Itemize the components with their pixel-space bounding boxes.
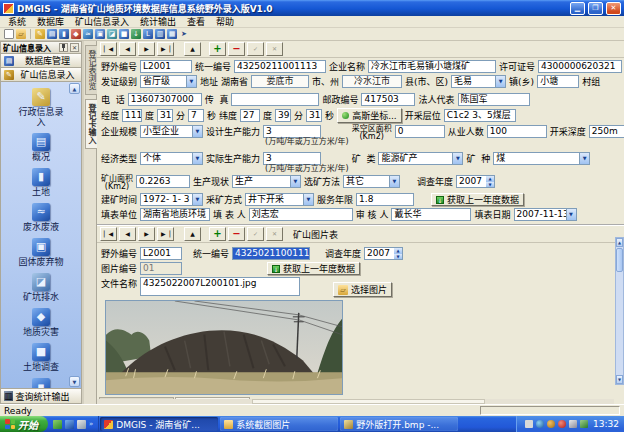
delete-record-icon[interactable]: −	[228, 42, 245, 56]
close-icon[interactable]: ✕	[70, 43, 79, 52]
hazard-red-icon[interactable]: ◆	[71, 29, 81, 39]
scrollbar-thumb[interactable]	[616, 248, 623, 272]
field-fill-person[interactable]: 刘志宏	[249, 208, 353, 221]
field-village[interactable]: 小塘	[537, 75, 579, 88]
next-record-icon[interactable]: ▶	[138, 227, 155, 241]
scale-combo[interactable]: 小型企业▼	[140, 125, 203, 138]
level-icon[interactable]: L	[143, 29, 153, 39]
field-qymc[interactable]: 冷水江市毛易镇小塘煤矿	[368, 60, 496, 73]
refresh-record-icon[interactable]: ▲	[184, 227, 201, 241]
first-record-icon[interactable]: ▏◀	[100, 42, 117, 56]
tray-icon[interactable]	[547, 420, 555, 428]
minimize-button[interactable]: ▁	[570, 2, 585, 15]
drainage-icon[interactable]: ◪	[107, 29, 117, 39]
quick-launch-icon[interactable]	[53, 420, 62, 429]
mine-class-combo[interactable]: 能源矿产▼	[378, 152, 463, 165]
first-record-icon[interactable]: ▏◀	[100, 227, 117, 241]
scroll-up-icon[interactable]: ▲	[616, 238, 623, 247]
fill-date-picker[interactable]: 2007-11-13▼	[514, 208, 577, 221]
field-service-life[interactable]: 1.8	[356, 193, 414, 206]
fzjb-combo[interactable]: 省厅级▼	[140, 75, 197, 88]
field-lat-deg[interactable]: 27	[240, 109, 260, 122]
menu-help[interactable]: 帮助	[216, 15, 234, 28]
field-fax[interactable]	[231, 93, 319, 106]
open-folder-icon[interactable]: ▱	[16, 29, 26, 39]
field-tel[interactable]: 13607307000	[128, 93, 202, 106]
scroll-down-icon[interactable]: ▼	[616, 375, 623, 384]
wastewater-icon[interactable]: ≈	[83, 29, 93, 39]
last-record-icon[interactable]: ▶▕	[157, 227, 174, 241]
town-combo[interactable]: 毛易▼	[451, 75, 506, 88]
sidebar-item-wastewater[interactable]: ≈ 废水废液	[1, 203, 81, 232]
tray-icon[interactable]	[536, 420, 544, 428]
admin-entry-icon[interactable]: ✎	[35, 29, 45, 39]
pic-survey-year-spinner[interactable]: 2007▲▼	[364, 247, 403, 260]
sidebar-item-admin-entry[interactable]: ✎ 行政信息录入	[1, 88, 81, 127]
download-icon[interactable]: ↓	[131, 29, 141, 39]
post-record-icon[interactable]: ✓	[247, 227, 264, 241]
field-filename[interactable]: 4325022007L200101.jpg	[140, 277, 300, 296]
taskbar-window-dmgis[interactable]: DMGIS - 湖南省矿...	[100, 417, 218, 431]
beneficiation-combo[interactable]: 其它▼	[343, 175, 400, 188]
field-layer[interactable]: C1c2 3、5煤层	[444, 109, 516, 122]
sidebar-item-solid-waste[interactable]: ▣ 固体废弃物	[1, 238, 81, 267]
mining-method-combo[interactable]: 井下开采▼	[245, 193, 314, 206]
gauss-coords-button[interactable]: 高斯坐标...	[337, 108, 402, 123]
field-pic-ywbh[interactable]: L2001	[140, 247, 182, 260]
field-auditor[interactable]: 戴长华	[391, 208, 471, 221]
field-lon-deg[interactable]: 111	[122, 109, 142, 122]
survey-year-spinner[interactable]: 2007▲▼	[456, 175, 495, 188]
mine-kind-combo[interactable]: 煤▼	[493, 152, 590, 165]
fetch-previous-year-button[interactable]: ↓获取上一年度数据	[267, 262, 360, 275]
prev-record-icon[interactable]: ◀	[119, 227, 136, 241]
cancel-record-icon[interactable]: ✕	[266, 42, 283, 56]
insert-record-icon[interactable]: +	[209, 227, 226, 241]
choose-picture-button[interactable]: ▱选择图片	[333, 282, 392, 297]
vertical-scrollbar[interactable]: ▲ ▼	[615, 237, 624, 385]
overview-icon[interactable]: ▤	[47, 29, 57, 39]
menu-view[interactable]: 查看	[187, 15, 205, 28]
tray-icon[interactable]	[569, 420, 577, 428]
insert-record-icon[interactable]: +	[209, 42, 226, 56]
solid-waste-icon[interactable]: ▣	[95, 29, 105, 39]
chevron-right-icon[interactable]: »	[89, 420, 93, 428]
quick-launch-icon[interactable]	[65, 420, 74, 429]
fetch-previous-year-button[interactable]: ↓获取上一年度数据	[431, 193, 524, 206]
econ-combo[interactable]: 个体▼	[140, 152, 203, 165]
sidebar-group-database[interactable]: ▤ 数据库管理	[0, 54, 82, 68]
sidebar-item-overview[interactable]: ▤ 概况	[1, 133, 81, 162]
survey-icon[interactable]: ■	[119, 29, 129, 39]
field-xkzh[interactable]: 4300000620321	[538, 60, 622, 73]
prev-record-icon[interactable]: ◀	[119, 42, 136, 56]
start-button[interactable]: 开始	[0, 416, 48, 432]
build-time-picker[interactable]: 1972- 1- 3▼	[140, 193, 203, 206]
land-icon[interactable]: ▮	[59, 29, 69, 39]
sidebar-group-mine-entry[interactable]: ✎ 矿山信息录入	[0, 68, 82, 82]
sidebar-item-land[interactable]: ▮ 土地	[1, 168, 81, 197]
restore-button[interactable]: ❐	[588, 2, 603, 15]
cancel-record-icon[interactable]: ✕	[266, 227, 283, 241]
sidebar-item-land-survey[interactable]: ■ 土地调查	[1, 343, 81, 372]
new-file-icon[interactable]	[4, 29, 14, 39]
close-button[interactable]: ✕	[606, 2, 621, 15]
menu-mine-info-entry[interactable]: 矿山信息录入	[75, 15, 129, 28]
field-lon-min[interactable]: 31	[157, 109, 173, 122]
delete-record-icon[interactable]: −	[228, 227, 245, 241]
field-postcode[interactable]: 417503	[361, 93, 415, 106]
refresh-record-icon[interactable]: ▲	[184, 42, 201, 56]
menu-stats-output[interactable]: 统计输出	[140, 15, 176, 28]
menu-database[interactable]: 数据库	[37, 15, 64, 28]
taskbar-window-screenshots-folder[interactable]: 系统截图图片	[220, 417, 338, 431]
field-lon-sec[interactable]: 7	[188, 109, 204, 122]
status-combo[interactable]: 生产▼	[232, 175, 301, 188]
stats-icon[interactable]: ▥	[155, 29, 165, 39]
last-record-icon[interactable]: ▶▕	[157, 42, 174, 56]
field-area[interactable]: 0.2263	[136, 175, 190, 188]
next-record-icon[interactable]: ▶	[138, 42, 155, 56]
field-tybh[interactable]: 43250211001113	[234, 60, 326, 73]
field-workers[interactable]: 100	[487, 125, 547, 138]
taskbar-window-bmp-image[interactable]: 野外版打开.bmp -...	[340, 417, 458, 431]
sidebar-group-query-stats[interactable]: ▥ 查询统计输出	[0, 389, 82, 404]
field-lat-min[interactable]: 39	[275, 109, 291, 122]
field-pic-tybh[interactable]: 43250211001113	[232, 247, 310, 260]
